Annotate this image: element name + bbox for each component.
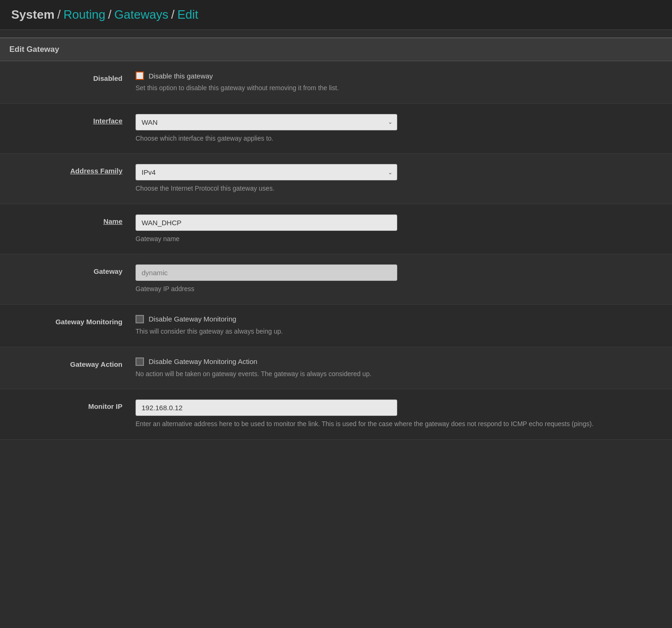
monitor-ip-content: Enter an alternative address here to be … (136, 400, 658, 429)
gateway-action-description: No action will be taken on gateway event… (136, 370, 658, 379)
monitor-ip-row: Monitor IP Enter an alternative address … (0, 389, 672, 440)
breadcrumb-sep3: / (171, 7, 174, 22)
name-input[interactable] (136, 214, 397, 231)
gateway-action-row: Gateway Action Disable Gateway Monitorin… (0, 347, 672, 390)
edit-gateway-form: Disabled Disable this gateway Set this o… (0, 61, 672, 458)
gateway-monitoring-content: Disable Gateway Monitoring This will con… (136, 315, 658, 336)
gateway-action-checkbox-row: Disable Gateway Monitoring Action (136, 357, 658, 366)
gateway-input[interactable] (136, 264, 397, 281)
gateway-action-content: Disable Gateway Monitoring Action No act… (136, 357, 658, 379)
section-header: Edit Gateway (0, 37, 672, 61)
name-description: Gateway name (136, 235, 658, 244)
address-family-select[interactable]: IPv4 IPv6 (136, 164, 397, 180)
interface-label: Interface (14, 114, 136, 125)
breadcrumb-edit[interactable]: Edit (177, 7, 198, 22)
address-family-label: Address Family (14, 164, 136, 175)
gateway-description: Gateway IP address (136, 285, 658, 294)
interface-select-wrapper: WAN LAN OPT1 ⌄ (136, 114, 397, 130)
interface-content: WAN LAN OPT1 ⌄ Choose which interface th… (136, 114, 658, 143)
breadcrumb-system: System (11, 7, 55, 22)
gateway-action-label: Gateway Action (14, 357, 136, 368)
disabled-checkbox[interactable] (136, 71, 144, 80)
gateway-monitoring-description: This will consider this gateway as alway… (136, 327, 658, 336)
gateway-monitoring-checkbox-label: Disable Gateway Monitoring (149, 315, 236, 323)
disabled-label: Disabled (14, 71, 136, 82)
gateway-action-checkbox[interactable] (136, 357, 144, 366)
breadcrumb: System / Routing / Gateways / Edit (0, 0, 672, 30)
address-family-select-wrapper: IPv4 IPv6 ⌄ (136, 164, 397, 180)
gateway-label: Gateway (14, 264, 136, 275)
disabled-checkbox-label: Disable this gateway (149, 72, 213, 80)
breadcrumb-routing[interactable]: Routing (64, 7, 106, 22)
gateway-content: Gateway IP address (136, 264, 658, 294)
name-row: Name Gateway name (0, 204, 672, 255)
interface-row: Interface WAN LAN OPT1 ⌄ Choose which in… (0, 104, 672, 154)
monitor-ip-description: Enter an alternative address here to be … (136, 420, 658, 429)
gateway-row: Gateway Gateway IP address (0, 254, 672, 305)
name-content: Gateway name (136, 214, 658, 244)
disabled-description: Set this option to disable this gateway … (136, 84, 658, 93)
breadcrumb-sep1: / (57, 7, 61, 22)
name-label: Name (14, 214, 136, 225)
gateway-monitoring-checkbox[interactable] (136, 315, 144, 323)
gateway-action-checkbox-label: Disable Gateway Monitoring Action (149, 357, 257, 365)
breadcrumb-gateways[interactable]: Gateways (114, 7, 169, 22)
breadcrumb-sep2: / (108, 7, 111, 22)
address-family-row: Address Family IPv4 IPv6 ⌄ Choose the In… (0, 154, 672, 204)
gateway-monitoring-row: Gateway Monitoring Disable Gateway Monit… (0, 305, 672, 347)
gateway-monitoring-label: Gateway Monitoring (14, 315, 136, 326)
gateway-monitoring-checkbox-row: Disable Gateway Monitoring (136, 315, 658, 323)
section-title: Edit Gateway (9, 45, 59, 54)
monitor-ip-label: Monitor IP (14, 400, 136, 410)
disabled-row: Disabled Disable this gateway Set this o… (0, 61, 672, 104)
interface-select[interactable]: WAN LAN OPT1 (136, 114, 397, 130)
interface-description: Choose which interface this gateway appl… (136, 134, 658, 143)
disabled-content: Disable this gateway Set this option to … (136, 71, 658, 93)
disabled-checkbox-row: Disable this gateway (136, 71, 658, 80)
monitor-ip-input[interactable] (136, 400, 397, 416)
address-family-description: Choose the Internet Protocol this gatewa… (136, 184, 658, 193)
address-family-content: IPv4 IPv6 ⌄ Choose the Internet Protocol… (136, 164, 658, 193)
